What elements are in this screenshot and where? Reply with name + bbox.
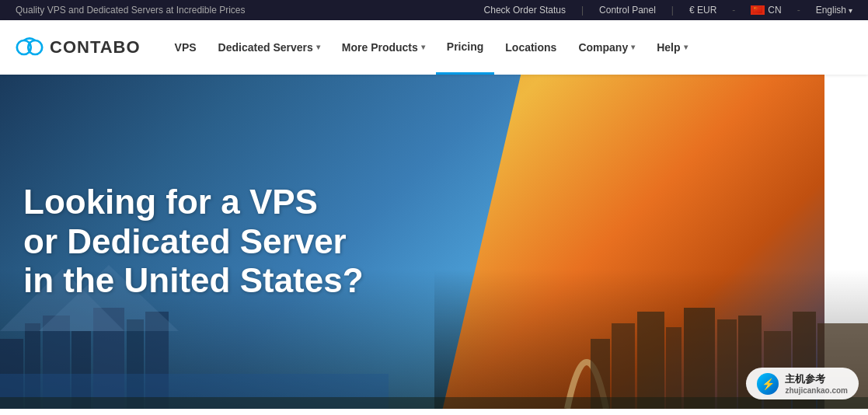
svg-rect-13	[612, 323, 635, 409]
cn-flag: 🇨🇳	[751, 5, 765, 15]
watermark-name: 主机参考	[785, 373, 825, 385]
logo[interactable]: CONTABO	[16, 33, 141, 61]
nav-link-dedicated[interactable]: Dedicated Servers ▾	[207, 20, 331, 75]
currency-selector[interactable]: € EUR	[689, 5, 716, 16]
logo-text: CONTABO	[50, 37, 141, 58]
nav-link-company[interactable]: Company ▾	[567, 20, 646, 75]
chevron-down-icon: ▾	[849, 6, 852, 15]
watermark-badge: ⚡ 主机参考 zhujicankao.com	[746, 368, 859, 399]
svg-rect-15	[666, 327, 682, 409]
nav-link-more-products[interactable]: More Products ▾	[331, 20, 436, 75]
watermark-icon: ⚡	[757, 373, 779, 395]
hero-title-line2: or Dedicated Server	[23, 222, 347, 260]
hero-title: Looking for a VPS or Dedicated Server in…	[23, 183, 364, 301]
nav-item-company: Company ▾	[567, 20, 646, 75]
top-bar: Quality VPS and Dedicated Servers at Inc…	[0, 0, 868, 20]
logo-icon	[16, 33, 44, 61]
nav-link-locations[interactable]: Locations	[494, 20, 567, 75]
nav-link-vps[interactable]: VPS	[164, 20, 207, 75]
svg-rect-17	[717, 319, 737, 409]
nav-item-help: Help ▾	[646, 20, 698, 75]
language-selector[interactable]: English ▾	[816, 5, 852, 16]
chevron-down-icon: ▾	[316, 20, 320, 75]
hero-content: Looking for a VPS or Dedicated Server in…	[23, 183, 364, 301]
watermark-url: zhujicankao.com	[785, 386, 848, 395]
check-order-link[interactable]: Check Order Status	[484, 5, 566, 16]
hero-title-line1: Looking for a VPS	[23, 183, 318, 221]
nav-item-dedicated: Dedicated Servers ▾	[207, 20, 331, 75]
control-panel-link[interactable]: Control Panel	[599, 5, 656, 16]
svg-rect-22	[0, 397, 868, 409]
top-bar-right: Check Order Status | Control Panel | € E…	[484, 5, 852, 16]
nav-links: VPS Dedicated Servers ▾ More Products ▾ …	[164, 20, 852, 75]
nav-link-help[interactable]: Help ▾	[646, 20, 698, 75]
hero-title-line3: in the United States?	[23, 261, 364, 299]
hero-section: Looking for a VPS or Dedicated Server in…	[0, 75, 868, 409]
language-label: English	[816, 5, 846, 16]
chevron-down-icon: ▾	[421, 20, 425, 75]
nav-link-pricing[interactable]: Pricing	[436, 20, 494, 75]
navbar: CONTABO VPS Dedicated Servers ▾ More Pro…	[0, 20, 868, 75]
watermark-text: 主机参考 zhujicankao.com	[785, 372, 848, 395]
nav-item-locations: Locations	[494, 20, 567, 75]
nav-item-more-products: More Products ▾	[331, 20, 436, 75]
cn-selector[interactable]: 🇨🇳 CN	[751, 5, 781, 16]
currency-label: € EUR	[689, 5, 716, 16]
tagline: Quality VPS and Dedicated Servers at Inc…	[16, 5, 245, 16]
svg-rect-16	[684, 308, 715, 409]
nav-item-vps: VPS	[164, 20, 207, 75]
chevron-down-icon: ▾	[684, 20, 688, 75]
nav-item-pricing: Pricing	[436, 20, 494, 75]
cn-label: CN	[768, 5, 781, 16]
chevron-down-icon: ▾	[631, 20, 635, 75]
svg-rect-14	[637, 312, 664, 409]
